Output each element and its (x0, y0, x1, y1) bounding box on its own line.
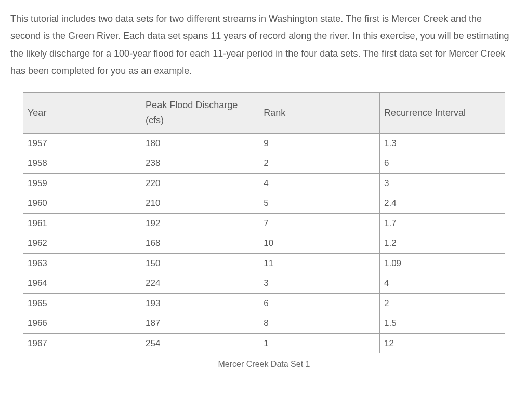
intro-paragraph: This tutorial includes two data sets for… (10, 10, 516, 80)
cell-discharge: 220 (141, 173, 259, 193)
cell-recurrence: 4 (379, 273, 505, 294)
cell-discharge: 210 (141, 193, 259, 214)
cell-recurrence: 3 (379, 173, 505, 193)
table-row: 1966 187 8 1.5 (23, 313, 505, 334)
data-table: Year Peak Flood Discharge (cfs) Rank Rec… (23, 92, 505, 353)
cell-year: 1967 (23, 333, 141, 353)
cell-recurrence: 1.7 (379, 213, 505, 233)
cell-discharge: 168 (141, 233, 259, 254)
cell-year: 1966 (23, 313, 141, 334)
col-header-rank: Rank (259, 93, 380, 134)
col-header-discharge: Peak Flood Discharge (cfs) (141, 93, 259, 134)
cell-recurrence: 1.5 (379, 313, 505, 334)
cell-year: 1965 (23, 293, 141, 313)
cell-discharge: 224 (141, 273, 259, 294)
cell-discharge: 192 (141, 213, 259, 233)
cell-rank: 9 (259, 133, 380, 153)
cell-recurrence: 1.2 (379, 233, 505, 254)
table-row: 1964 224 3 4 (23, 273, 505, 294)
cell-rank: 11 (259, 253, 380, 273)
cell-rank: 5 (259, 193, 380, 214)
cell-discharge: 180 (141, 133, 259, 153)
table-row: 1960 210 5 2.4 (23, 193, 505, 214)
cell-recurrence: 2 (379, 293, 505, 313)
table-row: 1959 220 4 3 (23, 173, 505, 193)
table-header-row: Year Peak Flood Discharge (cfs) Rank Rec… (23, 93, 505, 134)
table-row: 1961 192 7 1.7 (23, 213, 505, 233)
cell-rank: 3 (259, 273, 380, 294)
cell-recurrence: 1.3 (379, 133, 505, 153)
cell-year: 1964 (23, 273, 141, 294)
cell-year: 1957 (23, 133, 141, 153)
cell-year: 1963 (23, 253, 141, 273)
table-row: 1963 150 11 1.09 (23, 253, 505, 273)
cell-discharge: 193 (141, 293, 259, 313)
cell-discharge: 187 (141, 313, 259, 334)
cell-recurrence: 2.4 (379, 193, 505, 214)
cell-discharge: 238 (141, 153, 259, 174)
table-row: 1962 168 10 1.2 (23, 233, 505, 254)
cell-rank: 1 (259, 333, 380, 353)
cell-rank: 4 (259, 173, 380, 193)
cell-rank: 7 (259, 213, 380, 233)
cell-discharge: 254 (141, 333, 259, 353)
cell-recurrence: 12 (379, 333, 505, 353)
cell-recurrence: 6 (379, 153, 505, 174)
table-row: 1965 193 6 2 (23, 293, 505, 313)
table-caption: Mercer Creek Data Set 1 (23, 357, 505, 372)
cell-rank: 8 (259, 313, 380, 334)
cell-rank: 2 (259, 153, 380, 174)
cell-discharge: 150 (141, 253, 259, 273)
cell-rank: 6 (259, 293, 380, 313)
cell-year: 1958 (23, 153, 141, 174)
col-header-year: Year (23, 93, 141, 134)
cell-rank: 10 (259, 233, 380, 254)
cell-recurrence: 1.09 (379, 253, 505, 273)
cell-year: 1960 (23, 193, 141, 214)
table-row: 1967 254 1 12 (23, 333, 505, 353)
table-container: Year Peak Flood Discharge (cfs) Rank Rec… (10, 92, 516, 372)
cell-year: 1961 (23, 213, 141, 233)
cell-year: 1962 (23, 233, 141, 254)
cell-year: 1959 (23, 173, 141, 193)
table-row: 1958 238 2 6 (23, 153, 505, 174)
col-header-recurrence: Recurrence Interval (379, 93, 505, 134)
table-row: 1957 180 9 1.3 (23, 133, 505, 153)
